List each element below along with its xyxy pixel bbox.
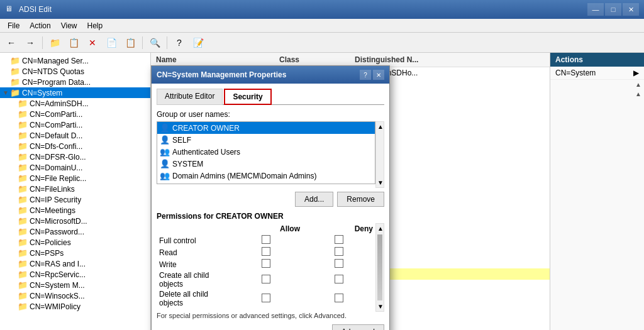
advanced-button[interactable]: Advanced xyxy=(332,324,384,330)
dialog-controls: ? ✕ xyxy=(360,70,384,80)
permission-row: Write xyxy=(157,258,375,270)
app-title: ADSI Edit xyxy=(19,5,587,14)
deny-checkbox[interactable] xyxy=(335,235,343,244)
tab-row: Attribute Editor Security xyxy=(157,89,384,105)
search-button[interactable]: 🔍 xyxy=(146,35,164,51)
dialog-overlay: CN=System Management Properties ? ✕ Attr… xyxy=(0,53,644,330)
group-list-item[interactable]: 👤 SYSTEM xyxy=(157,158,375,170)
permission-row: Read xyxy=(157,246,375,258)
add-button[interactable]: Add... xyxy=(295,192,333,207)
properties-dialog: CN=System Management Properties ? ✕ Attr… xyxy=(151,65,390,330)
perm-allow-cell[interactable] xyxy=(230,258,303,270)
user-icon: 👤 xyxy=(160,123,170,133)
add-remove-row: Add... Remove xyxy=(157,192,384,207)
group-name: Enterprise Admins (MEMCM\Enterprise Admi… xyxy=(172,184,333,185)
perm-col-deny: Deny xyxy=(303,223,375,234)
perm-allow-cell[interactable] xyxy=(230,270,303,289)
group-list-item[interactable]: 👤 SELF xyxy=(157,134,375,146)
user-icon: 👥 xyxy=(160,147,170,157)
scroll-down-btn[interactable]: ▼ xyxy=(376,178,384,187)
advanced-row: Advanced xyxy=(157,324,384,330)
perm-deny-cell[interactable] xyxy=(303,270,375,289)
dialog-content: Attribute Editor Security Group or user … xyxy=(152,84,389,330)
app-icon: 🖥 xyxy=(5,4,15,14)
perm-scroll-down[interactable]: ▼ xyxy=(376,302,384,311)
perm-name: Create all child objects xyxy=(157,270,230,289)
toolbar-separator-3 xyxy=(167,36,167,49)
group-name: SYSTEM xyxy=(172,160,203,168)
group-name: SELF xyxy=(172,136,191,145)
dialog-close-button[interactable]: ✕ xyxy=(373,70,384,80)
toolbar: ← → 📁 📋 ✕ 📄 📋 🔍 ? 📝 xyxy=(0,33,644,53)
permission-row: Create all child objects xyxy=(157,270,375,289)
menu-action[interactable]: Action xyxy=(25,20,55,31)
perm-scrollbar[interactable]: ▲ ▼ xyxy=(375,223,384,312)
permissions-wrapper: Allow Deny Full control Read Write Creat… xyxy=(157,223,384,312)
title-bar-controls: — □ ✕ xyxy=(587,3,639,16)
perm-deny-cell[interactable] xyxy=(303,246,375,258)
perm-deny-cell[interactable] xyxy=(303,289,375,308)
perm-name: Write xyxy=(157,258,230,270)
permission-row: Full control xyxy=(157,234,375,246)
tab-security[interactable]: Security xyxy=(224,89,271,105)
allow-checkbox[interactable] xyxy=(262,294,270,302)
menu-help[interactable]: Help xyxy=(82,20,108,31)
scroll-up-btn[interactable]: ▲ xyxy=(376,122,384,131)
user-icon: 👥 xyxy=(160,183,170,184)
group-label: Group or user names: xyxy=(157,110,384,119)
special-perms-text: For special permissions or advanced sett… xyxy=(157,312,347,319)
group-list-item[interactable]: 👤 CREATOR OWNER xyxy=(157,122,375,134)
perm-allow-cell[interactable] xyxy=(230,289,303,308)
dialog-help-button[interactable]: ? xyxy=(360,70,371,80)
perm-deny-cell[interactable] xyxy=(303,234,375,246)
help-button[interactable]: ? xyxy=(170,35,188,51)
allow-checkbox[interactable] xyxy=(262,235,270,244)
tab-attribute-editor[interactable]: Attribute Editor xyxy=(157,89,223,105)
menu-bar: File Action View Help xyxy=(0,19,644,33)
dialog-title: CN=System Management Properties xyxy=(157,70,286,79)
allow-checkbox[interactable] xyxy=(262,259,270,268)
special-perms-row: For special permissions or advanced sett… xyxy=(157,312,384,319)
perm-col-name xyxy=(157,223,230,234)
perm-name: Delete all child objects xyxy=(157,289,230,308)
close-button[interactable]: ✕ xyxy=(623,3,639,16)
menu-file[interactable]: File xyxy=(3,20,25,31)
menu-view[interactable]: View xyxy=(56,20,82,31)
forward-button[interactable]: → xyxy=(21,35,39,51)
group-list: 👤 CREATOR OWNER 👤 SELF 👥 Authenticated U… xyxy=(157,121,375,184)
properties-button[interactable]: 📝 xyxy=(189,35,207,51)
perm-allow-cell[interactable] xyxy=(230,246,303,258)
maximize-button[interactable]: □ xyxy=(605,3,621,16)
group-name: Authenticated Users xyxy=(172,148,240,157)
allow-checkbox[interactable] xyxy=(262,247,270,256)
allow-checkbox[interactable] xyxy=(262,275,270,283)
perm-allow-cell[interactable] xyxy=(230,234,303,246)
permission-row: Delete all child objects xyxy=(157,289,375,308)
perm-scroll-up[interactable]: ▲ xyxy=(376,224,384,233)
deny-checkbox[interactable] xyxy=(335,259,343,268)
group-list-item[interactable]: 👥 Enterprise Admins (MEMCM\Enterprise Ad… xyxy=(157,182,375,184)
deny-checkbox[interactable] xyxy=(335,294,343,302)
title-bar: 🖥 ADSI Edit — □ ✕ xyxy=(0,0,644,19)
group-list-scrollbar[interactable]: ▲ ▼ xyxy=(375,121,384,188)
minimize-button[interactable]: — xyxy=(587,3,604,16)
delete-button[interactable]: ✕ xyxy=(84,35,101,51)
group-list-item[interactable]: 👥 Domain Admins (MEMCM\Domain Admins) xyxy=(157,170,375,182)
deny-checkbox[interactable] xyxy=(335,247,343,256)
perm-deny-cell[interactable] xyxy=(303,258,375,270)
remove-button[interactable]: Remove xyxy=(337,192,384,207)
group-name: Domain Admins (MEMCM\Domain Admins) xyxy=(172,172,316,180)
deny-checkbox[interactable] xyxy=(335,275,343,283)
dialog-titlebar: CN=System Management Properties ? ✕ xyxy=(152,66,389,84)
folder-button[interactable]: 📁 xyxy=(46,35,64,51)
perm-name: Full control xyxy=(157,234,230,246)
main-container: 📁 CN=Managed Ser... 📁 CN=NTDS Quotas 📁 C… xyxy=(0,53,644,330)
new-button[interactable]: 📄 xyxy=(103,35,120,51)
connect-button[interactable]: 📋 xyxy=(65,35,82,51)
group-list-item[interactable]: 👥 Authenticated Users xyxy=(157,146,375,158)
user-icon: 👤 xyxy=(160,135,170,145)
copy-button[interactable]: 📋 xyxy=(121,35,139,51)
permissions-table: Allow Deny Full control Read Write Creat… xyxy=(157,223,375,308)
back-button[interactable]: ← xyxy=(3,35,20,51)
perm-name: Read xyxy=(157,246,230,258)
